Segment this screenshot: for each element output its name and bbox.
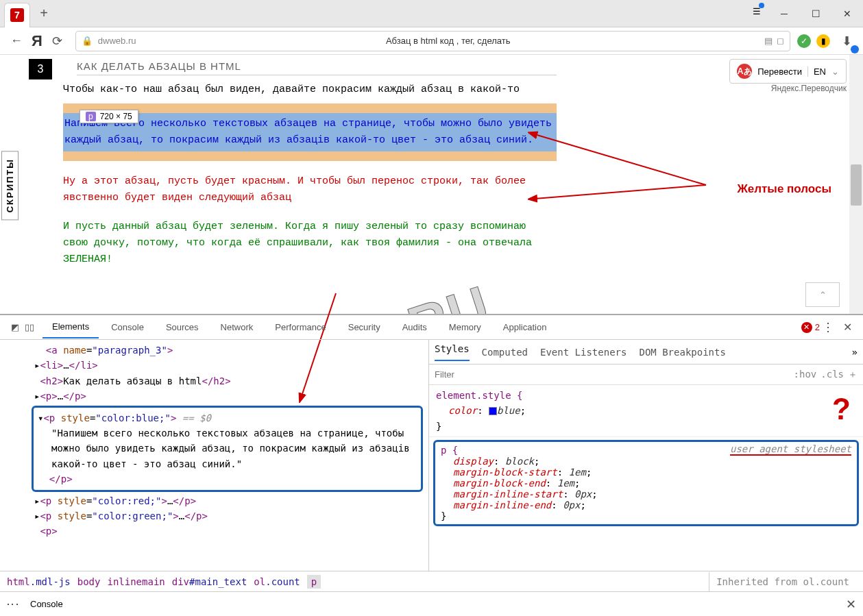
console-close-icon[interactable]: ✕ <box>846 597 856 612</box>
intro-text: Чтобы как-то наш абзац был виден, давайт… <box>63 84 536 95</box>
dom-breadcrumbs[interactable]: html.mdl-js body inlinemain div#main_tex… <box>0 571 863 591</box>
hov-toggle[interactable]: :hov <box>794 369 817 381</box>
inspect-tooltip: p720 × 75 <box>80 110 138 123</box>
styles-tab-breakpoints[interactable]: DOM Breakpoints <box>639 347 725 358</box>
styles-panel: Styles Computed Event Listeners DOM Brea… <box>428 340 863 571</box>
tab-favicon: 7 <box>10 8 24 22</box>
breadcrumb-selected[interactable]: p <box>307 575 321 589</box>
inspect-dims: 720 × 75 <box>100 112 132 121</box>
inherited-from: Inherited from ol.count <box>709 572 856 591</box>
inherited-link[interactable]: ol.count <box>803 576 849 587</box>
ua-label: user agent stylesheet <box>730 443 851 456</box>
devtools-close-icon[interactable]: ✕ <box>843 321 852 334</box>
tab-console[interactable]: Console <box>101 317 154 338</box>
dom-selected-node[interactable]: ▾<p style="color:blue;"> == $0 "Напишем … <box>32 406 423 492</box>
annotation-label: Желтые полосы <box>737 182 831 196</box>
margin-highlight-bottom <box>63 151 557 161</box>
watermark: DWWEB.RU <box>169 273 498 315</box>
close-button[interactable]: ✕ <box>831 0 863 27</box>
tab-sources[interactable]: Sources <box>156 317 208 338</box>
tab-application[interactable]: Application <box>494 317 557 338</box>
extension-icon-2[interactable]: ▮ <box>816 34 830 48</box>
console-drawer: ⋮ Console ✕ <box>0 591 863 616</box>
browser-tab[interactable]: 7 <box>4 3 30 27</box>
add-rule-icon[interactable]: ＋ <box>848 369 858 381</box>
back-button[interactable]: ← <box>5 30 27 52</box>
browser-titlebar: 7 + ☰ ─ ☐ ✕ <box>0 0 863 27</box>
downloads-button[interactable]: ⬇ <box>836 30 858 52</box>
devtools-panel: ◩ ▯▯ Elements Console Sources Network Pe… <box>0 315 863 616</box>
chevron-down-icon[interactable]: ⌄ <box>831 66 839 77</box>
page-title: Абзац в html код , тег, сделать <box>136 36 760 46</box>
green-paragraph: И пусть данный абзац будет зеленым. Когд… <box>63 219 557 268</box>
translate-attribution[interactable]: Яндекс.Переводчик <box>771 84 847 93</box>
user-agent-stylesheet[interactable]: user agent stylesheet p { display: block… <box>433 440 859 526</box>
scroll-to-top-button[interactable]: ⌃ <box>805 282 840 307</box>
styles-filter-input[interactable] <box>435 369 794 380</box>
lock-icon: 🔒 <box>82 36 93 46</box>
tab-performance[interactable]: Performance <box>265 317 335 338</box>
panel-toggle-icon[interactable]: ☰ <box>745 0 768 23</box>
translate-icon: Aあ <box>737 64 752 79</box>
maximize-button[interactable]: ☐ <box>800 0 831 27</box>
section-number: 3 <box>29 59 52 79</box>
styles-tab-listeners[interactable]: Event Listeners <box>540 347 627 358</box>
translate-widget[interactable]: Aあ Перевести EN ⌄ <box>729 59 847 84</box>
error-count[interactable]: ✕2 <box>801 322 820 333</box>
devtools-tabs: ◩ ▯▯ Elements Console Sources Network Pe… <box>0 315 863 340</box>
more-tabs-icon[interactable]: » <box>852 347 858 358</box>
styles-tab-computed[interactable]: Computed <box>482 347 528 358</box>
page-scrollbar[interactable] <box>849 55 863 314</box>
tab-memory[interactable]: Memory <box>439 317 491 338</box>
yandex-logo[interactable]: Я <box>32 32 42 50</box>
annotation-question: ? <box>832 392 851 426</box>
new-tab-button[interactable]: + <box>34 4 53 23</box>
translate-label: Перевести <box>757 66 802 77</box>
inspect-tag: p <box>86 112 96 121</box>
console-menu-icon[interactable]: ⋮ <box>5 598 21 611</box>
bookmark-icon[interactable]: ◻ <box>777 36 784 46</box>
styles-tab-styles[interactable]: Styles <box>435 343 470 361</box>
url-input[interactable]: 🔒 dwweb.ru Абзац в html код , тег, сдела… <box>75 31 790 51</box>
reader-icon[interactable]: ▤ <box>764 36 773 46</box>
page-viewport: 3 КАК ДЕЛАТЬ АБЗАЦЫ В HTML Чтобы как-то … <box>0 55 863 315</box>
inspect-element-icon[interactable]: ◩ <box>11 322 19 332</box>
styles-filter-row: :hov .cls ＋ <box>429 365 863 385</box>
red-paragraph: Ну а этот абзац, пусть будет красным. И … <box>63 173 557 206</box>
element-style-block[interactable]: element.style { color: blue; } <box>429 385 863 437</box>
dom-tree[interactable]: <a name="paragraph_3"> ▸<li>…</li> <h2>К… <box>0 340 428 571</box>
color-swatch[interactable] <box>489 407 497 415</box>
url-domain: dwweb.ru <box>98 36 136 46</box>
tab-security[interactable]: Security <box>339 317 390 338</box>
translate-lang[interactable]: EN <box>807 66 826 77</box>
cls-toggle[interactable]: .cls <box>821 369 844 381</box>
reload-button[interactable]: ⟳ <box>47 30 69 52</box>
minimize-button[interactable]: ─ <box>768 0 800 27</box>
device-toolbar-icon[interactable]: ▯▯ <box>25 322 34 332</box>
page-heading: КАК ДЕЛАТЬ АБЗАЦЫ В HTML <box>77 60 557 75</box>
extension-icon-1[interactable]: ✓ <box>797 34 811 48</box>
devtools-menu-icon[interactable]: ⋯ <box>821 321 836 334</box>
tab-elements[interactable]: Elements <box>42 316 99 338</box>
sidebar-scripts-tab[interactable]: СКРИПТЫ <box>1 151 19 220</box>
address-bar: ← Я ⟳ 🔒 dwweb.ru Абзац в html код , тег,… <box>0 27 863 55</box>
tab-audits[interactable]: Audits <box>393 317 437 338</box>
console-drawer-label[interactable]: Console <box>30 599 63 609</box>
tab-network[interactable]: Network <box>211 317 263 338</box>
